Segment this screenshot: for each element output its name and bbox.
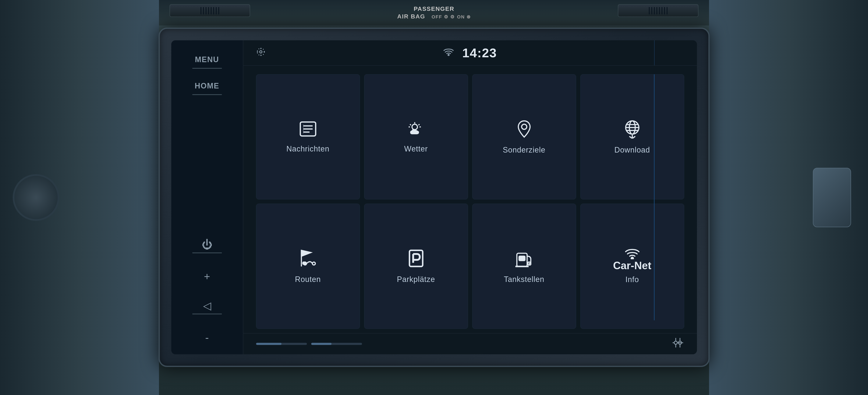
sidebar-item-menu[interactable]: MENU	[171, 49, 243, 75]
vent-right	[618, 4, 699, 17]
svg-rect-29	[519, 256, 525, 260]
tile-parkplaetze[interactable]: Parkplätze	[364, 204, 468, 329]
home-divider	[192, 94, 222, 95]
airbag-icons-row: ⚙ ⚙	[444, 14, 455, 20]
carnet-wifi-icon	[625, 249, 640, 259]
tile-sonderziele[interactable]: Sonderziele	[472, 74, 576, 199]
scroll-thumb-1	[256, 343, 281, 345]
power-icon: ⏻	[202, 238, 212, 251]
svg-point-9	[412, 124, 417, 130]
status-center: 14:23	[443, 46, 497, 60]
sonderziele-label: Sonderziele	[503, 145, 546, 154]
routen-label: Routen	[295, 275, 321, 284]
airbag-line1: PASSENGER	[414, 5, 455, 12]
svg-point-16	[521, 124, 527, 129]
svg-rect-27	[409, 250, 423, 266]
scroll-bar-1[interactable]	[256, 343, 307, 345]
sonderziele-icon	[516, 119, 533, 141]
wifi-icon	[443, 48, 454, 58]
sidebar: MENU HOME ⏻ + ◁	[171, 40, 243, 354]
menu-grid: Nachrichten	[243, 66, 697, 333]
carnet-main-label: Car-Net	[613, 260, 651, 271]
tile-download[interactable]: Download	[580, 74, 684, 199]
parkplaetze-icon	[408, 249, 425, 271]
airbag-label: PASSENGERAIR BAG OFF ⚙ ⚙ ON ⊗	[397, 5, 471, 21]
menu-label: MENU	[195, 55, 219, 64]
speaker-icon: ◁	[203, 300, 211, 312]
wetter-icon	[407, 120, 426, 140]
content-area: 14:23	[243, 40, 697, 354]
vol-minus-icon: -	[205, 331, 209, 344]
wetter-label: Wetter	[404, 144, 428, 153]
scroll-indicators	[256, 343, 362, 345]
sidebar-volume-controls: ⏻ + ◁ -	[171, 236, 243, 354]
sidebar-item-home[interactable]: HOME	[171, 75, 243, 102]
tile-wetter[interactable]: Wetter	[364, 74, 468, 199]
vol-speaker-button[interactable]: ◁	[171, 298, 243, 316]
status-right-separator	[654, 40, 655, 65]
routen-icon	[298, 249, 318, 271]
screen-bezel: MENU HOME ⏻ + ◁	[159, 28, 710, 367]
svg-line-12	[410, 124, 411, 125]
svg-line-13	[418, 124, 420, 125]
home-label: HOME	[195, 81, 219, 90]
scroll-thumb-2	[311, 343, 332, 345]
tile-routen[interactable]: Routen	[256, 204, 360, 329]
side-panel-right	[709, 0, 868, 395]
tile-tankstellen[interactable]: Tankstellen	[472, 204, 576, 329]
svg-point-1	[257, 48, 264, 55]
airbag-on: ON ⊗	[457, 14, 471, 20]
svg-point-25	[312, 262, 315, 265]
time-display: 14:23	[462, 46, 497, 60]
side-panel-left	[0, 0, 159, 395]
download-icon	[623, 119, 642, 141]
scroll-bar-2[interactable]	[311, 343, 362, 345]
vol-plus-button[interactable]: +	[171, 268, 243, 285]
vol-minus-button[interactable]: -	[171, 329, 243, 346]
speaker-divider	[192, 314, 222, 314]
svg-point-32	[631, 257, 633, 259]
info-label: Info	[625, 275, 639, 284]
grid-right-line	[654, 74, 655, 320]
carnet-text-block: Car-Net	[613, 260, 651, 271]
download-label: Download	[614, 145, 650, 154]
nachrichten-label: Nachrichten	[286, 144, 330, 153]
carnet-content: Car-Net	[613, 249, 651, 271]
bottom-bar	[243, 333, 697, 354]
airbag-off: OFF	[432, 14, 444, 20]
location-icon	[256, 47, 266, 59]
airbag-line2: AIR BAG	[397, 13, 425, 20]
svg-point-2	[448, 54, 449, 56]
vol-plus-icon: +	[204, 270, 210, 283]
nachrichten-icon	[299, 120, 317, 140]
steering-wheel-hint	[13, 174, 59, 221]
tile-info-carnet[interactable]: Car-Net Info	[580, 204, 684, 329]
tankstellen-icon	[515, 249, 534, 271]
svg-point-33	[674, 341, 677, 344]
main-screen: MENU HOME ⏻ + ◁	[171, 40, 697, 354]
vent-left	[169, 4, 250, 17]
menu-divider	[192, 68, 222, 69]
power-button[interactable]: ⏻	[171, 236, 243, 255]
status-bar: 14:23	[243, 40, 697, 66]
tile-nachrichten[interactable]: Nachrichten	[256, 74, 360, 199]
svg-point-0	[259, 51, 262, 53]
power-divider	[192, 252, 222, 253]
parkplaetze-label: Parkplätze	[397, 275, 435, 284]
tankstellen-label: Tankstellen	[504, 275, 544, 284]
settings-button[interactable]	[672, 337, 684, 351]
status-left	[256, 47, 266, 59]
door-handle	[813, 168, 851, 227]
